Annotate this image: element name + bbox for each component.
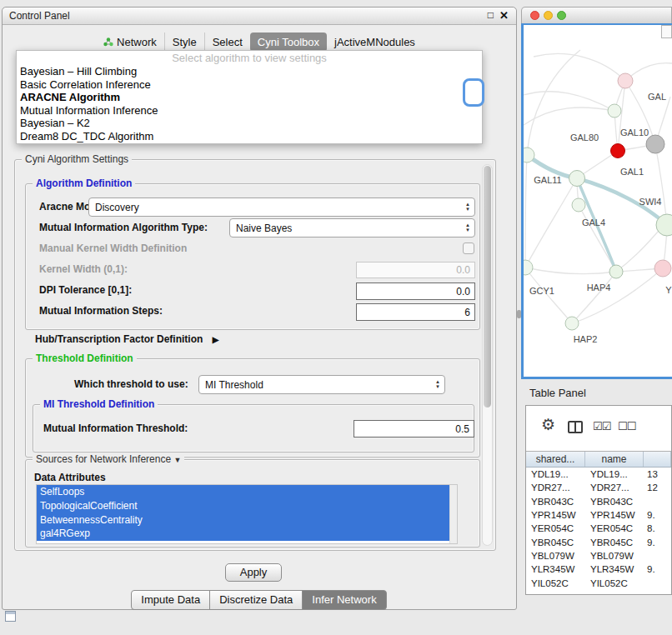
tab-network[interactable]: Network (96, 32, 164, 52)
hub-definition-toggle[interactable]: Hub/Transcription Factor Definition ▶ (35, 333, 218, 345)
mi-steps-field[interactable]: 6 (356, 303, 475, 321)
hub-definition-label: Hub/Transcription Factor Definition (35, 333, 203, 345)
algorithm-option[interactable]: Dream8 DC_TDC Algorithm (17, 130, 482, 143)
network-node[interactable] (569, 171, 585, 187)
show-columns-icon[interactable] (568, 421, 583, 433)
algorithm-combobox-focus-ring[interactable] (463, 78, 484, 107)
manual-kernel-checkbox[interactable] (463, 242, 474, 254)
network-focus-frame: GAL GAL80 GAL10 GAL11 GAL1 SWI4 GAL4 GCY… (521, 23, 672, 379)
network-window-titlebar (521, 7, 672, 23)
table-row[interactable]: YLR345W YLR345W 9. (526, 562, 671, 576)
close-icon[interactable]: ✕ (499, 9, 509, 22)
dpi-tolerance-label: DPI Tolerance [0,1]: (39, 284, 132, 296)
manual-kernel-label: Manual Kernel Width Definition (39, 242, 187, 254)
network-scrollbar-corner (661, 25, 672, 38)
table-row[interactable]: YBL079W YBL079W (526, 549, 671, 562)
attribute-item-selected[interactable]: TopologicalCoefficient (37, 499, 449, 513)
table-row[interactable]: YDR27... YDR27... 12 (526, 481, 671, 494)
column-header-name[interactable]: name (585, 452, 644, 467)
sources-group: Sources for Network Inference ▼ Data Att… (25, 459, 480, 548)
list-scrollbar[interactable] (449, 485, 457, 543)
table-header-row: shared... name (526, 451, 671, 468)
network-node-label: GAL80 (570, 132, 599, 142)
network-node[interactable] (572, 198, 585, 212)
data-attributes-label: Data Attributes (34, 472, 106, 483)
minimize-traffic-light[interactable] (544, 11, 553, 20)
tab-select[interactable]: Select (204, 32, 250, 52)
network-node[interactable] (608, 104, 621, 118)
table-row[interactable]: YER054C YER054C 8. (526, 522, 671, 535)
tab-label: Select (213, 36, 243, 48)
table-row[interactable]: YBR045C YBR045C 9. (526, 535, 671, 548)
table-panel-window: ⚙ ☑☑ ☐☐ shared... name YDL19... YDL19...… (525, 405, 672, 595)
network-node-label: GAL11 (534, 175, 561, 185)
tab-infer-network[interactable]: Infer Network (302, 590, 386, 610)
tab-style[interactable]: Style (164, 32, 204, 52)
tab-cyni-toolbox[interactable]: Cyni Toolbox (250, 32, 327, 52)
network-node-label: GAL (648, 92, 666, 102)
tab-label: jActiveMNodules (334, 36, 415, 48)
settings-scrollbar[interactable] (482, 164, 493, 546)
attribute-item-selected[interactable]: SelfLoops (37, 485, 449, 499)
algorithm-option[interactable]: Basic Correlation Inference (17, 78, 482, 92)
expanded-arrow-icon: ▼ (173, 456, 181, 464)
deselect-all-icon[interactable]: ☐☐ (618, 420, 635, 432)
network-node-selected[interactable] (611, 144, 625, 158)
tab-jactivemnodules[interactable]: jActiveMNodules (327, 32, 423, 52)
sources-toggle[interactable]: Sources for Network Inference ▼ (33, 453, 184, 465)
which-threshold-combobox[interactable]: MI Threshold ▲▼ (198, 375, 445, 394)
table-row[interactable]: YPR145W YPR145W 9. (526, 508, 671, 522)
network-node[interactable] (618, 73, 633, 88)
scrollbar-thumb[interactable] (484, 166, 491, 408)
table-row[interactable]: YDL19... YDL19... 13 (526, 468, 671, 481)
float-window-icon[interactable]: □ (488, 9, 494, 21)
network-node[interactable] (524, 148, 534, 162)
algorithm-option[interactable]: Bayesian – Hill Climbing (17, 65, 482, 78)
apply-button[interactable]: Apply (225, 563, 282, 582)
network-graph: GAL GAL80 GAL10 GAL11 GAL1 SWI4 GAL4 GCY… (524, 25, 672, 377)
table-row[interactable]: YIL052C YIL052C (526, 576, 671, 589)
tab-discretize-data[interactable]: Discretize Data (209, 590, 303, 610)
network-node[interactable] (609, 265, 623, 278)
zoom-traffic-light[interactable] (557, 11, 566, 20)
control-panel-window: Control Panel □ ✕ Network Style Select C… (2, 7, 517, 610)
data-attributes-list: SelfLoops TopologicalCoefficient Between… (36, 484, 458, 544)
close-traffic-light[interactable] (530, 11, 539, 20)
group-title: Cyni Algorithm Settings (22, 153, 132, 165)
network-node[interactable] (654, 260, 671, 277)
network-node-label: GAL1 (620, 167, 644, 177)
tab-impute-data[interactable]: Impute Data (131, 590, 210, 610)
minimized-panel-icon[interactable] (5, 611, 16, 622)
network-node[interactable] (646, 135, 664, 153)
highlighted-edges (527, 155, 667, 272)
mi-type-label: Mutual Information Algorithm Type: (39, 222, 208, 233)
group-title: Algorithm Definition (33, 178, 135, 189)
algorithm-option[interactable]: Bayesian – K2 (17, 117, 482, 130)
network-node[interactable] (565, 317, 579, 330)
network-node-label: GCY1 (529, 286, 554, 296)
collapsed-arrow-icon: ▶ (213, 335, 219, 344)
network-icon (103, 38, 113, 47)
algorithm-dropdown-popup: Select algorithm to view settings Bayesi… (16, 50, 483, 144)
algorithm-option-selected[interactable]: ARACNE Algorithm (17, 91, 482, 104)
column-header-shared-name[interactable]: shared... (526, 452, 585, 467)
table-row[interactable]: YBR043C YBR043C (526, 495, 671, 508)
mi-threshold-field[interactable]: 0.5 (354, 420, 474, 438)
algorithm-option[interactable]: Mutual Information Inference (17, 104, 482, 118)
combobox-arrows-icon: ▲▼ (461, 223, 474, 232)
mi-type-combobox[interactable]: Naive Bayes ▲▼ (229, 218, 475, 238)
attribute-item-selected[interactable]: gal4RGexp (37, 527, 449, 541)
aracne-mode-combobox[interactable]: Discovery ▲▼ (88, 198, 475, 217)
network-node-label: Y (665, 285, 672, 295)
attribute-item-selected[interactable]: BetweennessCentrality (37, 513, 449, 528)
cyni-bottom-tabs: Impute Data Discretize Data Infer Networ… (3, 590, 516, 610)
dpi-tolerance-field[interactable]: 0.0 (356, 282, 475, 300)
column-header-cut[interactable] (644, 452, 671, 467)
kernel-width-field[interactable]: 0.0 (356, 262, 475, 278)
network-node[interactable] (524, 260, 533, 275)
network-canvas[interactable]: GAL GAL80 GAL10 GAL11 GAL1 SWI4 GAL4 GCY… (524, 25, 672, 377)
network-view-window: GAL GAL80 GAL10 GAL11 GAL1 SWI4 GAL4 GCY… (521, 7, 672, 379)
tab-label: Style (173, 36, 197, 48)
gear-icon[interactable]: ⚙ (541, 417, 555, 432)
select-all-icon[interactable]: ☑☑ (593, 420, 610, 432)
